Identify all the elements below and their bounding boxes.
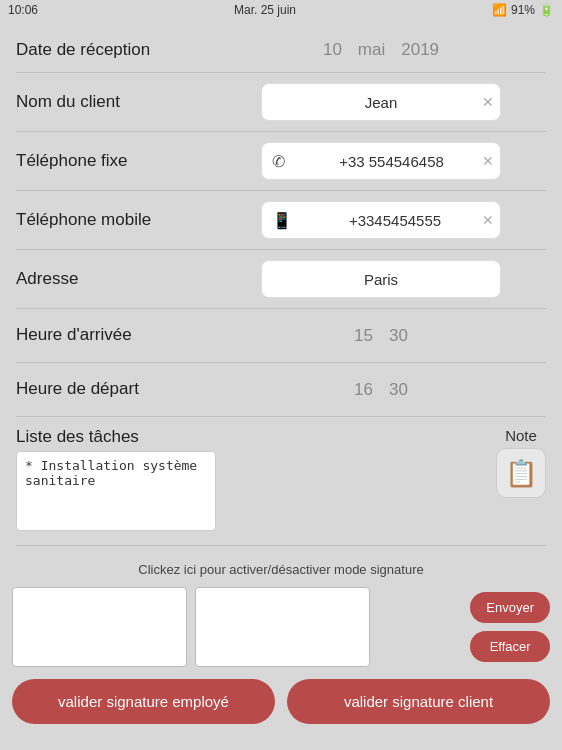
adresse-value-container: Paris bbox=[216, 260, 546, 298]
valider-employe-button[interactable]: valider signature employé bbox=[12, 679, 275, 724]
heure-arrivee-value: 15 30 bbox=[216, 326, 546, 346]
telephone-fixe-clear-icon[interactable]: ✕ bbox=[482, 153, 494, 169]
wifi-icon: 📶 bbox=[492, 3, 507, 17]
telephone-mobile-value-container: 📱 +3345454555 ✕ bbox=[216, 201, 546, 239]
telephone-fixe-row: Téléphone fixe ✆ +33 554546458 ✕ bbox=[16, 132, 546, 191]
telephone-fixe-value-container: ✆ +33 554546458 ✕ bbox=[216, 142, 546, 180]
sig-action-buttons: Envoyer Effacer bbox=[470, 592, 550, 662]
telephone-mobile-label: Téléphone mobile bbox=[16, 209, 216, 231]
battery-icon: 🔋 bbox=[539, 3, 554, 17]
nom-row: Nom du client Jean ✕ bbox=[16, 73, 546, 132]
note-col: Note 📋 bbox=[496, 427, 546, 498]
heure-arrivee-hour: 15 bbox=[354, 326, 373, 346]
heure-depart-min: 30 bbox=[389, 380, 408, 400]
heure-arrivee-row: Heure d'arrivée 15 30 bbox=[16, 309, 546, 363]
telephone-fixe-text: +33 554546458 bbox=[293, 153, 490, 170]
heure-depart-row: Heure de départ 16 30 bbox=[16, 363, 546, 417]
adresse-input[interactable]: Paris bbox=[261, 260, 501, 298]
signature-box-client[interactable] bbox=[195, 587, 370, 667]
date-label: Date de réception bbox=[16, 40, 216, 60]
adresse-text: Paris bbox=[364, 271, 398, 288]
phone-landline-icon: ✆ bbox=[272, 152, 285, 171]
nom-label: Nom du client bbox=[16, 91, 216, 113]
telephone-mobile-row: Téléphone mobile 📱 +3345454555 ✕ bbox=[16, 191, 546, 250]
telephone-mobile-text: +3345454555 bbox=[300, 212, 490, 229]
nom-text: Jean bbox=[365, 94, 398, 111]
signature-prompt[interactable]: Clickez ici pour activer/désactiver mode… bbox=[0, 554, 562, 583]
date-year: 2019 bbox=[401, 40, 439, 60]
note-icon: 📋 bbox=[505, 458, 537, 489]
form-container: Date de réception 10 mai 2019 Nom du cli… bbox=[0, 20, 562, 554]
date-value: 10 mai 2019 bbox=[216, 40, 546, 60]
status-indicators: 📶 91% 🔋 bbox=[492, 3, 554, 17]
tasks-section: Liste des tâches * Installation système … bbox=[16, 417, 546, 546]
nom-input[interactable]: Jean ✕ bbox=[261, 83, 501, 121]
heure-depart-label: Heure de départ bbox=[16, 378, 216, 400]
telephone-fixe-input[interactable]: ✆ +33 554546458 ✕ bbox=[261, 142, 501, 180]
bottom-buttons: valider signature employé valider signat… bbox=[0, 671, 562, 732]
tasks-label: Liste des tâches bbox=[16, 427, 216, 447]
valider-client-button[interactable]: valider signature client bbox=[287, 679, 550, 724]
telephone-fixe-label: Téléphone fixe bbox=[16, 150, 216, 172]
nom-value-container: Jean ✕ bbox=[216, 83, 546, 121]
signature-area: Envoyer Effacer bbox=[0, 583, 562, 671]
heure-depart-hour: 16 bbox=[354, 380, 373, 400]
signature-box-employee[interactable] bbox=[12, 587, 187, 667]
heure-depart-value: 16 30 bbox=[216, 380, 546, 400]
status-bar: 10:06 Mar. 25 juin 📶 91% 🔋 bbox=[0, 0, 562, 20]
adresse-row: Adresse Paris bbox=[16, 250, 546, 309]
date-month: mai bbox=[358, 40, 385, 60]
date-day: 10 bbox=[323, 40, 342, 60]
phone-mobile-icon: 📱 bbox=[272, 211, 292, 230]
telephone-mobile-clear-icon[interactable]: ✕ bbox=[482, 212, 494, 228]
envoyer-button[interactable]: Envoyer bbox=[470, 592, 550, 623]
nom-clear-icon[interactable]: ✕ bbox=[482, 94, 494, 110]
date-row: Date de réception 10 mai 2019 bbox=[16, 28, 546, 73]
effacer-button[interactable]: Effacer bbox=[470, 631, 550, 662]
tasks-left: Liste des tâches * Installation système … bbox=[16, 427, 216, 535]
adresse-label: Adresse bbox=[16, 268, 216, 290]
battery-level: 91% bbox=[511, 3, 535, 17]
heure-arrivee-min: 30 bbox=[389, 326, 408, 346]
telephone-mobile-input[interactable]: 📱 +3345454555 ✕ bbox=[261, 201, 501, 239]
status-date: Mar. 25 juin bbox=[234, 3, 296, 17]
tasks-input[interactable]: * Installation système sanitaire bbox=[16, 451, 216, 531]
note-label: Note bbox=[505, 427, 537, 444]
status-time: 10:06 bbox=[8, 3, 38, 17]
heure-arrivee-label: Heure d'arrivée bbox=[16, 324, 216, 346]
signature-prompt-text: Clickez ici pour activer/désactiver mode… bbox=[138, 562, 423, 577]
note-button[interactable]: 📋 bbox=[496, 448, 546, 498]
